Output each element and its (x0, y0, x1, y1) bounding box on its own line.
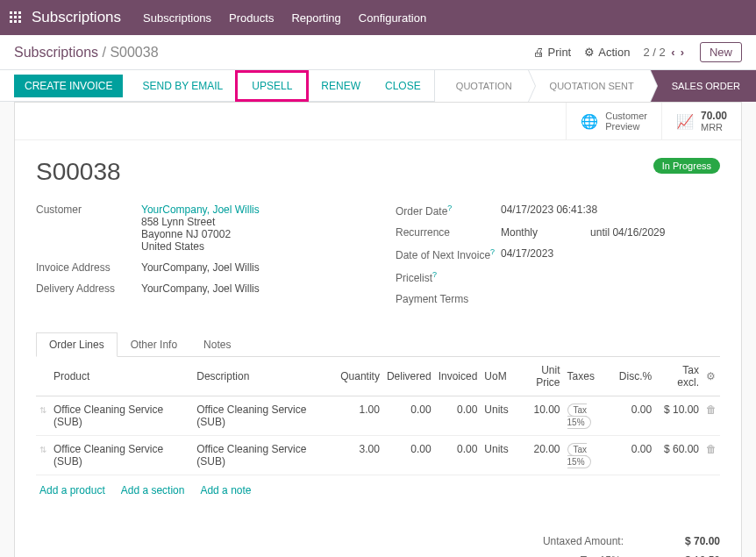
next-invoice-label: Date of Next Invoice? (396, 247, 501, 261)
add-note-link[interactable]: Add a note (200, 484, 251, 496)
add-section-link[interactable]: Add a section (121, 484, 185, 496)
col-taxes: Taxes (564, 357, 616, 396)
cell-quantity[interactable]: 3.00 (337, 436, 383, 475)
cell-description[interactable]: Office Cleaning Service (SUB) (193, 396, 337, 436)
recurrence-label: Recurrence (396, 226, 501, 239)
invoice-address[interactable]: YourCompany, Joel Willis (141, 261, 360, 274)
next-invoice: 04/17/2023 (501, 247, 720, 261)
right-column: Order Date? 04/17/2023 06:41:38 Recurren… (396, 204, 720, 314)
svg-rect-7 (14, 20, 17, 23)
status-quotation-sent[interactable]: QUOTATION SENT (528, 70, 650, 102)
svg-rect-3 (10, 16, 12, 18)
col-invoiced: Invoiced (435, 357, 481, 396)
help-icon[interactable]: ? (447, 204, 452, 212)
add-product-link[interactable]: Add a product (39, 484, 105, 496)
action-button[interactable]: ⚙Action (584, 46, 630, 59)
help-icon[interactable]: ? (490, 247, 495, 256)
address-line1: 858 Lynn Street (141, 216, 215, 228)
nav-configuration[interactable]: Configuration (359, 11, 426, 25)
nav-menu: Subscriptions Products Reporting Configu… (143, 11, 426, 25)
untaxed-amount: $ 70.00 (650, 535, 720, 547)
delete-icon[interactable]: 🗑 (706, 443, 717, 455)
upsell-highlight: UPSELL (235, 70, 309, 102)
pager-text: 2 / 2 (643, 46, 665, 59)
address-line3: United States (141, 240, 204, 253)
new-button[interactable]: New (700, 42, 742, 62)
nav-subscriptions[interactable]: Subscriptions (143, 11, 211, 25)
cell-product[interactable]: Office Cleaning Service (SUB) (50, 436, 193, 475)
cell-invoiced[interactable]: 0.00 (435, 396, 481, 436)
untaxed-label: Untaxed Amount: (492, 535, 624, 547)
cell-invoiced[interactable]: 0.00 (435, 436, 481, 475)
cell-tax[interactable]: Tax 15% (564, 436, 616, 475)
drag-icon[interactable]: ⇅ (39, 405, 46, 415)
cell-disc[interactable]: 0.00 (616, 436, 655, 475)
tab-notes[interactable]: Notes (190, 332, 244, 357)
cell-disc[interactable]: 0.00 (616, 396, 655, 436)
svg-rect-2 (18, 11, 21, 14)
col-product: Product (50, 357, 193, 396)
columns-settings-icon[interactable]: ⚙ (706, 370, 716, 382)
table-row[interactable]: ⇅Office Cleaning Service (SUB)Office Cle… (36, 396, 720, 436)
pager-next[interactable]: › (678, 46, 687, 59)
recurrence-value[interactable]: Monthly (501, 226, 538, 239)
navbar: Subscriptions Subscriptions Products Rep… (0, 0, 756, 35)
cell-unit-price[interactable]: 10.00 (512, 396, 564, 436)
breadcrumb-root[interactable]: Subscriptions (14, 45, 98, 60)
cell-description[interactable]: Office Cleaning Service (SUB) (193, 436, 337, 475)
tab-other-info[interactable]: Other Info (118, 332, 190, 357)
delete-icon[interactable]: 🗑 (706, 403, 717, 416)
breadcrumb-sep: / (98, 45, 110, 60)
cell-tax[interactable]: Tax 15% (564, 396, 616, 436)
close-button[interactable]: CLOSE (373, 75, 433, 97)
status-sales-order[interactable]: SALES ORDER (650, 70, 756, 102)
upsell-button[interactable]: UPSELL (239, 75, 304, 97)
cell-uom[interactable]: Units (481, 396, 511, 436)
customer-preview-button[interactable]: 🌐 CustomerPreview (566, 103, 661, 139)
control-panel: Subscriptions / S00038 🖨Print ⚙Action 2 … (0, 35, 756, 70)
cell-uom[interactable]: Units (481, 436, 511, 475)
svg-rect-0 (10, 11, 12, 14)
svg-rect-6 (10, 20, 12, 23)
invoice-address-label: Invoice Address (36, 261, 141, 274)
status-badge: In Progress (653, 158, 720, 174)
nav-reporting[interactable]: Reporting (291, 11, 340, 25)
mrr-button[interactable]: 📈 70.00MRR (661, 103, 741, 139)
recurrence-until: until 04/16/2029 (590, 226, 665, 239)
status-quotation[interactable]: QUOTATION (434, 70, 528, 102)
print-button[interactable]: 🖨Print (533, 46, 572, 59)
cell-unit-price[interactable]: 20.00 (512, 436, 564, 475)
delivery-address-label: Delivery Address (36, 282, 141, 295)
breadcrumb-current: S00038 (110, 45, 158, 60)
cell-product[interactable]: Office Cleaning Service (SUB) (50, 396, 193, 436)
create-invoice-button[interactable]: CREATE INVOICE (14, 75, 123, 97)
send-by-email-button[interactable]: SEND BY EMAIL (130, 75, 235, 97)
table-row[interactable]: ⇅Office Cleaning Service (SUB)Office Cle… (36, 436, 720, 475)
payment-terms[interactable] (501, 293, 720, 305)
tab-order-lines[interactable]: Order Lines (36, 332, 118, 357)
col-unit-price: Unit Price (512, 357, 564, 396)
nav-products[interactable]: Products (229, 11, 274, 25)
cell-delivered[interactable]: 0.00 (383, 396, 435, 436)
customer-link[interactable]: YourCompany, Joel Willis (141, 204, 260, 216)
pager-prev[interactable]: ‹ (668, 46, 677, 59)
stat-buttons: 🌐 CustomerPreview 📈 70.00MRR (15, 103, 741, 140)
app-title[interactable]: Subscriptions (32, 9, 121, 26)
col-delivered: Delivered (383, 357, 435, 396)
col-description: Description (193, 357, 337, 396)
drag-icon[interactable]: ⇅ (39, 445, 46, 454)
help-icon[interactable]: ? (432, 270, 437, 279)
col-disc: Disc.% (616, 357, 655, 396)
cell-tax-excl: $ 10.00 (655, 396, 703, 436)
chart-line-icon: 📈 (676, 113, 694, 130)
renew-button[interactable]: RENEW (309, 75, 373, 97)
customer-label: Customer (36, 204, 141, 253)
pricelist[interactable] (501, 270, 720, 284)
svg-rect-1 (14, 11, 17, 14)
address-line2: Bayonne NJ 07002 (141, 228, 231, 240)
payment-terms-label: Payment Terms (396, 293, 501, 305)
apps-icon[interactable] (9, 11, 23, 25)
delivery-address[interactable]: YourCompany, Joel Willis (141, 282, 360, 295)
cell-quantity[interactable]: 1.00 (337, 396, 383, 436)
cell-delivered[interactable]: 0.00 (383, 436, 435, 475)
